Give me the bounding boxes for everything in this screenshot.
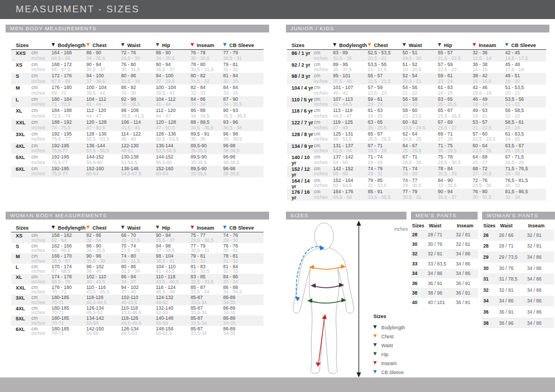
measure-cell: 74 - 8029 - 31,5 — [121, 254, 156, 264]
measure-cell: 112 - 12044 - 47 — [86, 108, 121, 119]
pants-size: 33 — [411, 261, 428, 267]
measure-cell: 142-15056-59 — [86, 326, 121, 337]
womans-pants-table: SizesWaistInseam2626 / 6632 / 812828 / 7… — [482, 221, 554, 328]
measure-cell: 77 - 7930,5 - 31 — [223, 50, 263, 62]
measure-cell: 92 - 9836 - 38,5 — [121, 97, 156, 108]
pants-header-row: SizesWaistInseam — [482, 221, 554, 230]
column-header-waist: Waist — [121, 43, 156, 48]
measure-cell: 63,5 - 6725 - 26,5 — [505, 143, 544, 155]
measure-cell: 166 - 17035,5 - 67 — [52, 254, 86, 264]
table-row: 98 / 3 yrcminches95 - 10137,5 - 4055 - 5… — [287, 73, 546, 85]
unit-cell: cminches — [314, 178, 333, 189]
column-header-cb_sleeve: CB Sleeve — [505, 43, 544, 48]
table-row: 116 / 6 yrcminches113 - 11944,5 - 4761 -… — [287, 108, 546, 119]
measure-cell: 86-8934-35 — [223, 306, 263, 316]
column-header-bodylength: Bodylength — [333, 43, 368, 48]
unit-cell: cminches — [314, 120, 333, 131]
size-label: 5XL — [11, 316, 31, 326]
size-label: S — [11, 244, 31, 254]
measure-cell: 106 - 11441,5 - 45 — [121, 120, 156, 131]
measure-cell: 86 - 9434 - 37 — [121, 274, 156, 284]
measure-cell: 122-13048-51 — [121, 143, 156, 155]
measure-cell: 80 - 8231,5 - 32 — [191, 73, 223, 85]
measure-cell: 84 - 8633 - 34 — [223, 274, 263, 284]
measure-cell: 86 - 9234 - 36 — [121, 85, 156, 96]
measure-cell: 120 - 12847 - 50,5 — [156, 120, 191, 131]
size-label: XXL — [11, 285, 31, 295]
measure-cell: 38 - 4215 - 16,5 — [473, 73, 505, 85]
measure-cell: 78 - 8430,5 - 33 — [438, 166, 473, 178]
measure-cell: 152-16060-63 — [86, 166, 121, 178]
measure-cell: 64 - 6825 - 27 — [473, 155, 505, 166]
chest-arrow-icon — [86, 226, 90, 229]
pants-inseam-value: 34 / 86 — [456, 251, 478, 256]
column-header-sizes: Sizes — [11, 225, 31, 231]
measure-cell: 180-18570-71 — [52, 306, 86, 316]
table-row: Scminches172 - 17667,5 - 6994 - 10037 - … — [11, 73, 263, 85]
table-row: 4XLcminches192-19575,5-77136 -14453,5 - … — [11, 143, 263, 155]
table-row: XLcminches184 - 18872,5 - 74112 - 12044 … — [11, 108, 263, 119]
measure-cell: 71 - 7428 - 29 — [403, 166, 438, 178]
measure-cell: 96 - 10238 - 40 — [86, 264, 121, 274]
measure-cell: 63 - 6525 - 25,5 — [368, 120, 403, 131]
measure-cell: 104 - 11041 - 43,5 — [156, 264, 191, 274]
unit-cell: cminches — [31, 166, 52, 178]
table-row: Scminches162 - 16664 - 65,586 - 9034 - 3… — [11, 243, 263, 254]
pants-row: 2828 / 7132 / 81 — [411, 230, 478, 239]
measure-cell: 61 - 6324 - 25 — [438, 85, 473, 96]
junior-kids-table: SizesBodylengthChestWaistHipInseamCB Sle… — [287, 40, 546, 200]
pants-waist-value: 28 / 71 — [428, 232, 456, 237]
measure-cell: 110 - 11843,5 - 46,5 — [156, 274, 191, 284]
measure-cell: 71 - 7428 - 29 — [368, 155, 403, 166]
measure-cell: 124-13249-52 — [156, 295, 191, 305]
measure-cell: 59 - 6123 - 24 — [438, 73, 473, 85]
column-header-waist: Waist — [121, 225, 156, 231]
pants-column-header: Inseam — [456, 223, 478, 228]
measure-cell: 59 - 6123 - 24 — [368, 97, 403, 108]
measure-cell: 76 - 7830 - 30,5 — [191, 50, 223, 62]
pants-size: 31 — [482, 276, 499, 282]
column-header-bodylength: Bodylength — [52, 43, 86, 48]
chest-arrow — [309, 264, 346, 269]
unit-cell: cminches — [314, 85, 333, 96]
table-row: 86 / 1 yrcminches83 - 8932,5 - 3552,5 - … — [287, 50, 546, 62]
page-title: MEASURMENT - SIZES — [16, 0, 140, 19]
measure-cell: 180-18570-71 — [52, 295, 86, 305]
pants-inseam-value: 34 / 86 — [527, 320, 549, 326]
measure-cell: 110-11843,5-46,5 — [121, 306, 156, 316]
pants-row: 2828 / 7132 / 81 — [482, 241, 554, 252]
legend-item-cb_sleeve: CB Sleeve — [373, 369, 424, 378]
size-label: 104 / 4 yr — [287, 85, 314, 96]
pants-waist-value: 33 / 83,5 — [428, 261, 456, 267]
unit-cell: cminches — [314, 143, 333, 155]
size-label: 4XL — [11, 306, 31, 316]
measure-cell: 45 - 4817,5 - 19 — [505, 62, 544, 73]
measure-cell: 56 - 5822 - 23 — [403, 97, 438, 108]
size-label: L — [11, 97, 31, 108]
table-row: 164 / 14 yrcminches152 - 16460 - 64,579 … — [287, 178, 546, 189]
waist-arrow-icon — [121, 43, 124, 46]
measure-cell: 67 - 7126,5 - 28 — [403, 155, 438, 166]
measure-cell: 63 - 6525 - 25,5 — [438, 97, 473, 108]
unit-cell: cminches — [31, 132, 52, 143]
measure-cell: 180 - 18471 - 72,5 — [52, 97, 86, 108]
measure-cell: 67 - 71,526,5 - 28 — [505, 155, 544, 166]
pants-waist-value: 40 / 101 — [428, 300, 456, 305]
measure-cell: 64 - 6725 - 26,5 — [403, 143, 438, 155]
column-header-chest: Chest — [368, 43, 403, 48]
size-label: 3XL — [11, 295, 31, 305]
column-header-sizes: Sizes — [11, 43, 31, 48]
size-label: 176 / 16 yr — [287, 189, 314, 200]
measure-cell: 57 - 5922,5 - 23 — [438, 62, 473, 73]
measure-cell: 69 - 7127 - 28 — [438, 132, 473, 143]
column-header-inseam: Inseam — [191, 43, 223, 48]
measure-cell: 126-13449,5-53 — [121, 326, 156, 337]
pants-row: 3838 / 9634 / 86 — [482, 318, 554, 329]
measure-cell: 86 - 9034 - 35,5 — [86, 244, 121, 254]
measure-cell: 76 - 7830 - 31 — [223, 244, 263, 254]
table-row: XXScminches164 - 16864,5 - 6686 - 9034 -… — [11, 50, 263, 62]
pants-row: 3232 / 8134 / 86 — [482, 284, 554, 296]
measure-cell: 89,5-9035-35,5 — [191, 166, 223, 178]
pants-row: 3030 / 7632 / 81 — [411, 239, 478, 249]
bodylength-arrow-icon — [333, 43, 336, 46]
